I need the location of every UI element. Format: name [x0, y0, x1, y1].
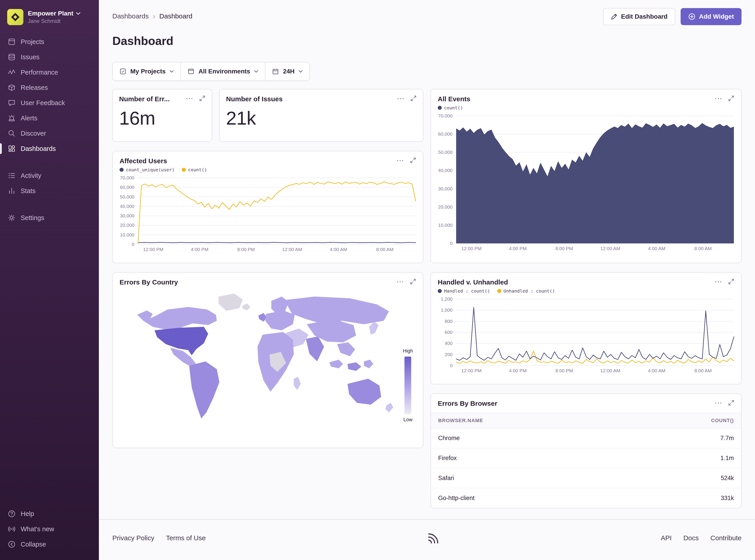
widget-menu-button[interactable]: ⋯: [715, 96, 723, 101]
releases-icon: [8, 83, 16, 92]
column-header-browser-name: BROWSER.NAME: [431, 413, 622, 428]
svg-text:4:00 AM: 4:00 AM: [648, 246, 665, 251]
widget-menu-button[interactable]: ⋯: [715, 401, 723, 405]
add-widget-button[interactable]: Add Widget: [681, 8, 741, 25]
footer-link-docs[interactable]: Docs: [683, 534, 699, 542]
widget-handled-v-unhandled: Handled v. Unhandled ⋯ Handled : count()…: [430, 272, 741, 384]
all-events-chart[interactable]: 010,00020,00030,00040,00050,00060,00070,…: [434, 112, 737, 253]
svg-text:4:00 PM: 4:00 PM: [509, 246, 526, 251]
issues-icon: [8, 53, 16, 61]
widget-expand-button[interactable]: [728, 400, 734, 406]
legend-dot: [438, 289, 442, 293]
sidebar-item-alerts[interactable]: Alerts: [0, 111, 99, 126]
widget-number-of-issues: Number of Issues ⋯ 21k: [219, 89, 423, 142]
svg-text:8:00 PM: 8:00 PM: [237, 247, 255, 252]
svg-text:4:00 PM: 4:00 PM: [191, 247, 208, 252]
svg-text:8:00 AM: 8:00 AM: [376, 247, 393, 252]
map-legend-high-label: High: [403, 348, 413, 354]
legend-dot: [497, 289, 501, 293]
widget-title: Handled v. Unhandled: [438, 278, 508, 286]
legend-label: count_unique(user): [126, 167, 175, 173]
table-row: Firefox 1.1m: [431, 448, 741, 468]
widget-expand-button[interactable]: [199, 95, 206, 101]
sidebar-item-activity[interactable]: Activity: [0, 168, 99, 183]
svg-text:8:00 AM: 8:00 AM: [694, 368, 712, 373]
table-row: Safari 524k: [431, 468, 741, 488]
widget-expand-button[interactable]: [410, 278, 416, 285]
legend-label: Unhandled : count(): [504, 288, 555, 294]
widget-title: Number of Err...: [119, 95, 170, 103]
widget-expand-button[interactable]: [410, 95, 417, 101]
org-switcher[interactable]: Empower Plant Jane Schmidt: [0, 6, 99, 34]
svg-text:12:00 AM: 12:00 AM: [600, 246, 620, 251]
sidebar-item-label: Performance: [21, 69, 58, 76]
map-color-legend: High Low: [403, 348, 413, 423]
environments-filter-icon: [188, 68, 194, 75]
button-label: Edit Dashboard: [621, 13, 667, 20]
date-range-filter[interactable]: 24H: [265, 62, 309, 80]
collapse-icon: [8, 540, 16, 548]
widget-menu-button[interactable]: ⋯: [715, 279, 723, 284]
footer-link-terms-of-use[interactable]: Terms of Use: [166, 534, 206, 542]
sidebar-item-discover[interactable]: Discover: [0, 126, 99, 141]
sidebar-item-releases[interactable]: Releases: [0, 80, 99, 95]
performance-icon: [8, 68, 16, 76]
world-map[interactable]: High Low: [113, 286, 423, 434]
browser-name-cell: Chrome: [431, 428, 622, 448]
edit-dashboard-button[interactable]: Edit Dashboard: [603, 8, 675, 25]
map-legend-gradient: [404, 357, 411, 414]
count-cell: 331k: [622, 488, 741, 508]
projects-filter[interactable]: My Projects: [113, 62, 181, 80]
footer-link-api[interactable]: API: [661, 534, 672, 542]
widget-title: All Events: [438, 95, 470, 103]
legend-label: count(): [188, 167, 207, 173]
pencil-icon: [611, 13, 618, 20]
org-logo-icon: [7, 9, 23, 25]
sidebar-item-performance[interactable]: Performance: [0, 65, 99, 80]
sidebar-item-settings[interactable]: Settings: [0, 210, 99, 225]
footer-link-contribute[interactable]: Contribute: [711, 534, 741, 542]
org-name: Empower Plant: [28, 10, 73, 17]
breadcrumb-dashboards-link[interactable]: Dashboards: [112, 12, 149, 20]
sentry-logo-icon: [426, 531, 441, 545]
widget-menu-button[interactable]: ⋯: [396, 279, 404, 284]
svg-text:30,000: 30,000: [438, 186, 452, 191]
sidebar-item-projects[interactable]: Projects: [0, 34, 99, 49]
widget-expand-button[interactable]: [728, 95, 734, 101]
org-user: Jane Schmidt: [28, 18, 80, 24]
svg-text:0: 0: [132, 242, 134, 247]
filter-label: All Environments: [198, 68, 250, 75]
sidebar-item-label: Collapse: [21, 541, 46, 548]
sidebar-item-collapse[interactable]: Collapse: [0, 537, 99, 552]
footer-link-privacy-policy[interactable]: Privacy Policy: [112, 534, 154, 542]
map-legend-low-label: Low: [403, 417, 413, 423]
widget-menu-button[interactable]: ⋯: [186, 96, 194, 101]
sidebar-item-user-feedback[interactable]: User Feedback: [0, 95, 99, 111]
sidebar-item-dashboards[interactable]: Dashboards: [0, 141, 99, 156]
widget-menu-button[interactable]: ⋯: [397, 96, 405, 101]
sidebar-item-stats[interactable]: Stats: [0, 183, 99, 199]
environments-filter[interactable]: All Environments: [181, 62, 265, 80]
handled-v-unhandled-chart[interactable]: 02004006008001,0001,20012:00 PM4:00 PM8:…: [434, 296, 737, 376]
whats-new-icon: [8, 525, 16, 533]
widget-expand-button[interactable]: [728, 278, 734, 285]
breadcrumb: Dashboards › Dashboard: [112, 8, 192, 20]
sidebar-item-whats-new[interactable]: What's new: [0, 521, 99, 537]
sidebar-item-label: Settings: [21, 214, 44, 222]
sidebar-item-help[interactable]: Help: [0, 506, 99, 521]
calendar-icon: [272, 68, 279, 75]
widget-menu-button[interactable]: ⋯: [396, 158, 404, 163]
widget-title: Errors By Country: [119, 278, 178, 286]
sidebar-item-label: Help: [21, 510, 34, 518]
svg-text:8:00 AM: 8:00 AM: [694, 246, 712, 251]
filter-label: My Projects: [130, 68, 166, 75]
svg-text:10,000: 10,000: [120, 232, 134, 237]
legend-dot: [438, 106, 442, 110]
affected-users-chart[interactable]: 010,00020,00030,00040,00050,00060,00070,…: [116, 174, 419, 254]
filter-label: 24H: [283, 68, 294, 75]
sidebar-item-issues[interactable]: Issues: [0, 49, 99, 65]
widget-expand-button[interactable]: [410, 157, 416, 163]
svg-text:50,000: 50,000: [438, 149, 452, 155]
svg-text:4:00 AM: 4:00 AM: [330, 247, 347, 252]
chevron-down-icon: [170, 70, 174, 73]
